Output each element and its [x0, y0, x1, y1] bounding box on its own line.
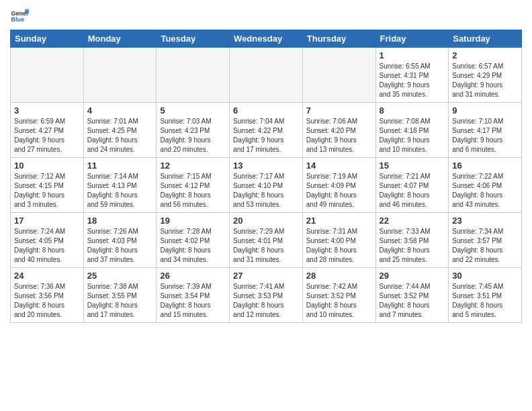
calendar-cell: 16Sunrise: 7:22 AMSunset: 4:06 PMDayligh…	[449, 158, 522, 213]
day-details: Sunrise: 7:22 AMSunset: 4:06 PMDaylight:…	[452, 172, 518, 210]
calendar-cell: 23Sunrise: 7:34 AMSunset: 3:57 PMDayligh…	[449, 213, 522, 268]
day-details: Sunrise: 7:17 AMSunset: 4:10 PMDaylight:…	[233, 172, 299, 210]
day-details: Sunrise: 7:44 AMSunset: 3:52 PMDaylight:…	[380, 282, 445, 320]
calendar-cell: 5Sunrise: 7:03 AMSunset: 4:23 PMDaylight…	[157, 103, 230, 158]
calendar-cell: 30Sunrise: 7:45 AMSunset: 3:51 PMDayligh…	[449, 268, 522, 323]
day-details: Sunrise: 7:41 AMSunset: 3:53 PMDaylight:…	[233, 282, 299, 320]
day-details: Sunrise: 7:06 AMSunset: 4:20 PMDaylight:…	[306, 117, 372, 154]
day-number: 21	[306, 216, 372, 226]
day-number: 11	[87, 161, 153, 171]
week-row-0: 1Sunrise: 6:55 AMSunset: 4:31 PMDaylight…	[11, 48, 522, 103]
calendar-cell	[157, 48, 230, 103]
calendar-cell: 20Sunrise: 7:29 AMSunset: 4:01 PMDayligh…	[230, 213, 303, 268]
calendar-cell: 17Sunrise: 7:24 AMSunset: 4:05 PMDayligh…	[11, 213, 84, 268]
day-number: 14	[306, 161, 372, 171]
calendar-cell	[230, 48, 303, 103]
calendar-cell: 15Sunrise: 7:21 AMSunset: 4:07 PMDayligh…	[375, 158, 449, 213]
day-number: 1	[380, 50, 445, 60]
calendar-cell	[302, 48, 375, 103]
calendar-cell	[11, 48, 84, 103]
day-details: Sunrise: 7:29 AMSunset: 4:01 PMDaylight:…	[233, 227, 299, 265]
day-number: 5	[160, 105, 226, 116]
day-number: 3	[14, 105, 80, 116]
day-details: Sunrise: 7:34 AMSunset: 3:57 PMDaylight:…	[452, 227, 518, 265]
week-row-4: 24Sunrise: 7:36 AMSunset: 3:56 PMDayligh…	[11, 268, 522, 323]
day-details: Sunrise: 7:19 AMSunset: 4:09 PMDaylight:…	[306, 172, 372, 210]
day-details: Sunrise: 6:55 AMSunset: 4:31 PMDaylight:…	[380, 62, 445, 99]
day-details: Sunrise: 7:26 AMSunset: 4:03 PMDaylight:…	[87, 227, 153, 265]
page-container: General Blue SundayMondayTuesdayWednesda…	[0, 0, 532, 330]
calendar-cell: 3Sunrise: 6:59 AMSunset: 4:27 PMDaylight…	[11, 103, 84, 158]
calendar-header-row: SundayMondayTuesdayWednesdayThursdayFrid…	[11, 30, 522, 48]
day-number: 4	[87, 105, 153, 116]
day-header-sunday: Sunday	[11, 30, 84, 48]
day-details: Sunrise: 7:38 AMSunset: 3:55 PMDaylight:…	[87, 282, 153, 320]
calendar-cell: 22Sunrise: 7:33 AMSunset: 3:58 PMDayligh…	[375, 213, 449, 268]
day-number: 13	[233, 161, 299, 171]
day-details: Sunrise: 7:31 AMSunset: 4:00 PMDaylight:…	[306, 227, 372, 265]
day-header-friday: Friday	[375, 30, 449, 48]
day-number: 22	[380, 216, 445, 226]
day-details: Sunrise: 6:59 AMSunset: 4:27 PMDaylight:…	[14, 117, 80, 154]
day-number: 6	[233, 105, 299, 116]
day-details: Sunrise: 7:01 AMSunset: 4:25 PMDaylight:…	[87, 117, 153, 154]
day-header-saturday: Saturday	[449, 30, 522, 48]
calendar-cell: 19Sunrise: 7:28 AMSunset: 4:02 PMDayligh…	[157, 213, 230, 268]
calendar-cell: 14Sunrise: 7:19 AMSunset: 4:09 PMDayligh…	[302, 158, 375, 213]
day-details: Sunrise: 7:12 AMSunset: 4:15 PMDaylight:…	[14, 172, 80, 210]
day-number: 15	[380, 161, 445, 171]
day-details: Sunrise: 7:45 AMSunset: 3:51 PMDaylight:…	[452, 282, 518, 320]
calendar-cell: 8Sunrise: 7:08 AMSunset: 4:18 PMDaylight…	[375, 103, 449, 158]
logo-icon: General Blue	[10, 7, 29, 26]
day-details: Sunrise: 7:08 AMSunset: 4:18 PMDaylight:…	[380, 117, 445, 154]
calendar-cell: 29Sunrise: 7:44 AMSunset: 3:52 PMDayligh…	[375, 268, 449, 323]
week-row-3: 17Sunrise: 7:24 AMSunset: 4:05 PMDayligh…	[11, 213, 522, 268]
header: General Blue	[10, 7, 522, 26]
svg-text:Blue: Blue	[11, 16, 24, 23]
calendar-cell: 13Sunrise: 7:17 AMSunset: 4:10 PMDayligh…	[230, 158, 303, 213]
day-details: Sunrise: 7:21 AMSunset: 4:07 PMDaylight:…	[380, 172, 445, 210]
day-number: 18	[87, 216, 153, 226]
day-details: Sunrise: 7:14 AMSunset: 4:13 PMDaylight:…	[87, 172, 153, 210]
calendar-cell: 1Sunrise: 6:55 AMSunset: 4:31 PMDaylight…	[375, 48, 449, 103]
calendar-cell: 6Sunrise: 7:04 AMSunset: 4:22 PMDaylight…	[230, 103, 303, 158]
calendar-cell: 27Sunrise: 7:41 AMSunset: 3:53 PMDayligh…	[230, 268, 303, 323]
calendar-cell: 28Sunrise: 7:42 AMSunset: 3:52 PMDayligh…	[302, 268, 375, 323]
day-number: 12	[160, 161, 226, 171]
calendar-cell: 26Sunrise: 7:39 AMSunset: 3:54 PMDayligh…	[157, 268, 230, 323]
week-row-2: 10Sunrise: 7:12 AMSunset: 4:15 PMDayligh…	[11, 158, 522, 213]
day-number: 24	[14, 271, 80, 281]
calendar-cell: 7Sunrise: 7:06 AMSunset: 4:20 PMDaylight…	[302, 103, 375, 158]
calendar-cell: 24Sunrise: 7:36 AMSunset: 3:56 PMDayligh…	[11, 268, 84, 323]
calendar-cell: 21Sunrise: 7:31 AMSunset: 4:00 PMDayligh…	[302, 213, 375, 268]
calendar-cell: 25Sunrise: 7:38 AMSunset: 3:55 PMDayligh…	[83, 268, 157, 323]
day-header-wednesday: Wednesday	[230, 30, 303, 48]
day-details: Sunrise: 6:57 AMSunset: 4:29 PMDaylight:…	[452, 62, 518, 99]
calendar-cell: 12Sunrise: 7:15 AMSunset: 4:12 PMDayligh…	[157, 158, 230, 213]
day-details: Sunrise: 7:28 AMSunset: 4:02 PMDaylight:…	[160, 227, 226, 265]
calendar-cell	[83, 48, 157, 103]
day-number: 9	[452, 105, 518, 116]
week-row-1: 3Sunrise: 6:59 AMSunset: 4:27 PMDaylight…	[11, 103, 522, 158]
calendar-cell: 10Sunrise: 7:12 AMSunset: 4:15 PMDayligh…	[11, 158, 84, 213]
day-number: 16	[452, 161, 518, 171]
day-number: 28	[306, 271, 372, 281]
day-details: Sunrise: 7:39 AMSunset: 3:54 PMDaylight:…	[160, 282, 226, 320]
day-number: 8	[380, 105, 445, 116]
calendar-cell: 9Sunrise: 7:10 AMSunset: 4:17 PMDaylight…	[449, 103, 522, 158]
day-header-thursday: Thursday	[302, 30, 375, 48]
day-details: Sunrise: 7:03 AMSunset: 4:23 PMDaylight:…	[160, 117, 226, 154]
day-header-monday: Monday	[83, 30, 157, 48]
day-number: 2	[452, 50, 518, 60]
day-details: Sunrise: 7:36 AMSunset: 3:56 PMDaylight:…	[14, 282, 80, 320]
day-details: Sunrise: 7:10 AMSunset: 4:17 PMDaylight:…	[452, 117, 518, 154]
day-details: Sunrise: 7:24 AMSunset: 4:05 PMDaylight:…	[14, 227, 80, 265]
logo: General Blue	[10, 7, 32, 26]
day-header-tuesday: Tuesday	[157, 30, 230, 48]
day-number: 25	[87, 271, 153, 281]
day-number: 17	[14, 216, 80, 226]
day-details: Sunrise: 7:04 AMSunset: 4:22 PMDaylight:…	[233, 117, 299, 154]
calendar-cell: 2Sunrise: 6:57 AMSunset: 4:29 PMDaylight…	[449, 48, 522, 103]
day-number: 19	[160, 216, 226, 226]
calendar-table: SundayMondayTuesdayWednesdayThursdayFrid…	[10, 30, 522, 323]
